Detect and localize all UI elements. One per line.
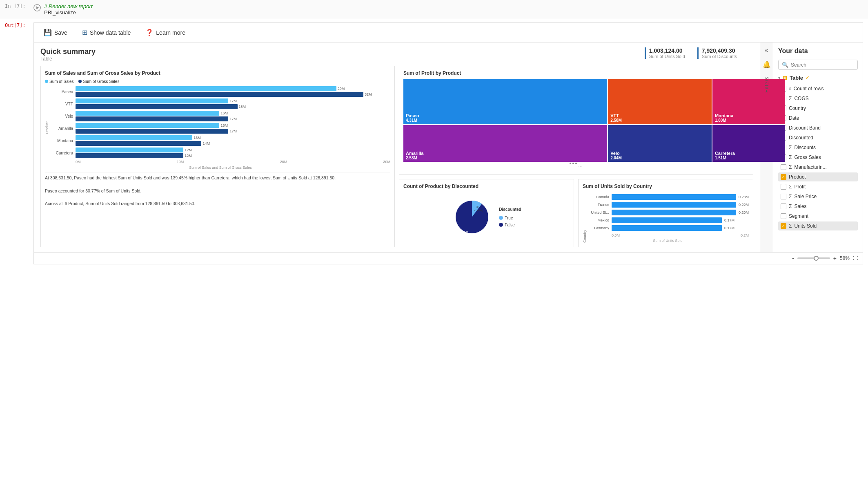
svg-marker-1 [36, 6, 39, 9]
pie-legend-true: True [499, 216, 521, 220]
stat-units-label: Sum of Units Sold [649, 54, 685, 59]
search-icon: 🔍 [782, 62, 788, 68]
text-insights: At 308,631.50, Paseo had the highest Sum… [45, 172, 390, 210]
bar-chart-legend: Sum of Sales Sum of Gross Sales [45, 79, 390, 84]
field-discounts[interactable]: Σ Discounts [778, 143, 858, 152]
hbar-us: United St... 0.20M [587, 210, 749, 215]
field-checkbox-sale-price[interactable] [781, 194, 786, 199]
field-sales[interactable]: Σ Sales [778, 202, 858, 211]
learn-more-label: Learn more [156, 29, 185, 36]
country-chart-inner: Canada 0.23M France 0.22M [587, 192, 749, 243]
svg-text:(7.62%): (7.62%) [474, 209, 483, 212]
pie-true-label: True [505, 216, 513, 220]
country-x-title: Sum of Units Sold [587, 239, 749, 243]
bar-row-paseo: Paseo 29M 32M [51, 86, 390, 97]
country-chart-body: Country Canada 0.23M [583, 192, 749, 243]
stats-row: 1,003,124.00 Sum of Units Sold 7,920,409… [645, 47, 753, 59]
pie-chart-title: Count of Product by Discounted [403, 183, 570, 189]
table-icon: ⊞ [82, 29, 87, 36]
field-label-sales: Sales [794, 204, 806, 209]
field-checkbox-segment[interactable] [781, 213, 786, 219]
field-checkbox-units-sold[interactable]: ✓ [781, 223, 786, 229]
bar-chart-rows: Paseo 29M 32M VTT [51, 86, 390, 158]
table-header[interactable]: ▾ ⊞ Table ✓ [778, 75, 858, 81]
field-label-profit: Profit [794, 184, 806, 190]
bar-chart-body: Product Paseo 29M 32M [45, 86, 390, 170]
bar-row-montana: Montana 13M 14M [51, 135, 390, 146]
pie-false-label: False [505, 223, 514, 227]
charts-grid: Sum of Sales and Sum of Gross Sales by P… [40, 66, 753, 247]
treemap-amarilla: Amarilla 2.58M [403, 125, 607, 162]
save-icon: 💾 [44, 29, 52, 36]
field-checkbox-sales[interactable] [781, 204, 786, 209]
code-function: PBI_visualize [44, 9, 76, 16]
zoom-thumb[interactable] [814, 256, 819, 261]
stat-discounts-value: 7,920,409.30 [702, 47, 737, 54]
legend-gross-sales: Sum of Gross Sales [78, 79, 119, 84]
treemap-paseo: Paseo 4.31M [403, 79, 607, 124]
search-box[interactable]: 🔍 [778, 60, 858, 70]
fullscreen-icon[interactable]: ⛶ [853, 255, 858, 261]
insight-1: At 308,631.50, Paseo had the highest Sum… [45, 175, 390, 181]
treemap-velo: Velo 2.04M [608, 125, 712, 162]
code-comment: # Render new report [44, 3, 93, 9]
bottom-charts: Count of Product by Discounted 461 (92.3 [399, 179, 753, 247]
cell-output: Out[7]: 💾 Save ⊞ Show data table ❓ Learn… [0, 19, 868, 264]
field-country[interactable]: Country [778, 104, 858, 113]
pie-legend-false: False [499, 223, 521, 227]
field-discounted[interactable]: Discounted [778, 133, 858, 142]
output-label: Out[7]: [5, 22, 33, 28]
zoom-minus[interactable]: - [792, 255, 794, 262]
field-label-discount-band: Discount Band [789, 125, 821, 131]
field-label-product: Product [789, 174, 806, 180]
search-input[interactable] [791, 62, 854, 68]
save-button[interactable]: 💾 Save [40, 27, 71, 38]
run-button-icon[interactable] [33, 4, 41, 11]
field-gross-sales[interactable]: Σ Gross Sales [778, 153, 858, 162]
field-date[interactable]: Date [778, 114, 858, 123]
field-checkbox-profit[interactable] [781, 184, 786, 190]
field-label-country: Country [789, 105, 806, 111]
bar-paseo-gross [76, 92, 363, 97]
pie-legend: Discounted True False [499, 207, 521, 227]
more-dots[interactable]: ··· [578, 163, 583, 169]
stat-discounts: 7,920,409.30 Sum of Discounts [697, 47, 737, 59]
country-chart-card: Sum of Units Sold by Country Country Can… [578, 179, 753, 247]
field-cogs[interactable]: Σ COGS [778, 94, 858, 103]
table-name: Table [790, 75, 803, 81]
treemap-title: Sum of Profit by Product [403, 70, 749, 76]
field-list: # Count of rows Σ COGS Country [778, 84, 858, 230]
field-label-discounted: Discounted [789, 135, 813, 141]
bell-icon[interactable]: 🔔 [763, 60, 771, 68]
pie-legend-title: Discounted [499, 207, 521, 212]
zoom-slider[interactable] [797, 257, 830, 259]
field-checkbox-manufacturing[interactable] [781, 164, 786, 170]
field-label-cogs: COGS [794, 96, 808, 101]
show-data-table-button[interactable]: ⊞ Show data table [79, 27, 134, 38]
hbar-france: France 0.22M [587, 202, 749, 208]
field-checkbox-product[interactable]: ✓ [781, 174, 786, 180]
notebook-cell: In [7]: # Render new report PBI_visualiz… [0, 0, 868, 264]
field-profit[interactable]: Σ Profit [778, 182, 858, 191]
field-units-sold[interactable]: ✓ Σ Units Sold [778, 221, 858, 230]
field-manufacturing[interactable]: Σ Manufacturin... [778, 163, 858, 172]
field-product[interactable]: ✓ Product [778, 172, 858, 181]
treemap-grid: Paseo 4.31M VTT 2.58M Montana 1.80M [403, 79, 749, 161]
field-count-of-rows[interactable]: # Count of rows [778, 84, 858, 93]
svg-text:461: 461 [464, 231, 469, 234]
field-segment[interactable]: Segment [778, 212, 858, 221]
treemap-carretera: Carretera 1.51M [712, 125, 785, 162]
field-sale-price[interactable]: Σ Sale Price [778, 192, 858, 201]
pie-area: 461 (92.38%) 38 (7.62%) Discounted [403, 192, 570, 242]
stat-discounts-label: Sum of Discounts [702, 54, 737, 59]
country-x-axis: 0.0M0.2M [587, 233, 749, 237]
field-label-count: Count of rows [794, 86, 824, 92]
bar-chart-x-axis: 0M10M20M30M [51, 160, 390, 164]
bar-paseo-sales [76, 86, 336, 91]
learn-more-button[interactable]: ❓ Learn more [142, 27, 189, 38]
treemap-dots: ··· [403, 161, 749, 170]
collapse-icon[interactable]: « [765, 47, 768, 54]
bar-row-velo: Velo 16M 17M [51, 111, 390, 121]
zoom-plus[interactable]: + [833, 255, 837, 262]
field-discount-band[interactable]: Discount Band [778, 123, 858, 132]
